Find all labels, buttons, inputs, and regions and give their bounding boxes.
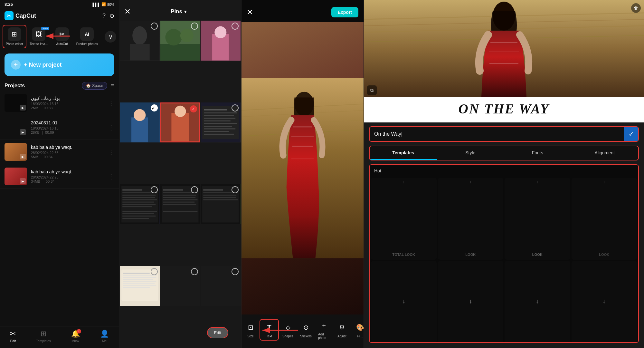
toolbar-adjust[interactable]: ⚙ Adjust xyxy=(333,320,351,340)
project-item[interactable]: ▶ بولے زمانے کیوں 18/03/2024 16:16 2MB ｜… xyxy=(0,91,119,115)
space-button[interactable]: 🏠 Space xyxy=(82,82,107,90)
photo-cell[interactable] xyxy=(201,21,241,61)
svg-rect-56 xyxy=(204,189,223,190)
capcut-header: ✂ CapCut ? ⊙ xyxy=(0,9,119,23)
question-icon[interactable]: ? xyxy=(102,13,106,19)
svg-rect-79 xyxy=(293,126,312,127)
photo-cell[interactable] xyxy=(201,266,241,306)
project-size-duration: 34MB ｜ 00:34 xyxy=(31,179,104,184)
svg-point-3 xyxy=(132,26,147,45)
project-item[interactable]: ▶ kab bala ab ye waqt. 28/02/2024 22:33 … xyxy=(0,140,119,164)
photo-cell[interactable] xyxy=(120,21,160,61)
text-input-field[interactable] xyxy=(370,127,624,141)
download-icon: ↓ xyxy=(469,297,472,305)
copy-button[interactable]: ⧉ xyxy=(367,85,377,95)
inbox-badge: 1 xyxy=(77,329,81,334)
pins-panel: ✕ Pins ▾ xyxy=(119,0,242,348)
pins-close-button[interactable]: ✕ xyxy=(124,7,131,16)
more-icon[interactable]: ⋮ xyxy=(108,99,114,107)
template-cell[interactable]: ↓ LOOK xyxy=(505,178,570,260)
tool-photo-editor[interactable]: ⊞ Photo editor xyxy=(3,25,26,48)
svg-rect-82 xyxy=(291,159,314,159)
adjust-icon: ⚙ xyxy=(336,322,348,333)
tab-alignment[interactable]: Alignment xyxy=(571,146,639,160)
toolbar-stickers[interactable]: ⊙ Stickers xyxy=(297,320,315,340)
project-name: 20240311-01 xyxy=(31,120,104,125)
me-nav-label: Me xyxy=(102,339,107,343)
tab-templates[interactable]: Templates xyxy=(370,146,437,160)
svg-rect-41 xyxy=(122,213,154,214)
pins-dropdown-icon[interactable]: ▾ xyxy=(184,9,186,14)
svg-rect-58 xyxy=(204,195,237,196)
svg-rect-60 xyxy=(204,199,238,200)
download-icon: ↓ xyxy=(602,297,606,305)
photo-cell-selected[interactable]: ✓ xyxy=(160,102,200,142)
template-cell[interactable]: ↓ LOOK xyxy=(572,178,637,260)
tool-product-photos[interactable]: AI Product photos xyxy=(74,25,100,48)
project-item[interactable]: ▶ kab bala ab ye waqt. 28/02/2024 22:25 … xyxy=(0,164,119,189)
nav-templates[interactable]: ⊞ Templates xyxy=(36,330,51,343)
editor-close-button[interactable]: ✕ xyxy=(247,8,253,17)
tab-fonts[interactable]: Fonts xyxy=(504,146,571,160)
new-project-button[interactable]: + + New project xyxy=(5,53,114,76)
edit-nav-icon: ✂ xyxy=(10,330,16,338)
template-cell[interactable]: ↓ LOOK xyxy=(438,178,504,260)
delete-text-button[interactable]: 🗑 xyxy=(631,3,641,13)
svg-rect-23 xyxy=(204,118,236,119)
toolbar-filter[interactable]: 🎨 Fil... xyxy=(351,320,369,340)
project-info: kab bala ab ye waqt. 28/02/2024 22:33 5M… xyxy=(31,145,104,160)
nav-edit[interactable]: ✂ Edit xyxy=(10,330,16,343)
svg-rect-16 xyxy=(171,113,189,141)
toolbar-add-photo[interactable]: + Add photo xyxy=(315,318,333,342)
projects-header: Projects 🏠 Space ≡ xyxy=(0,79,119,91)
project-meta: 28/02/2024 22:33 xyxy=(31,151,104,155)
play-icon: ▶ xyxy=(20,154,26,160)
template-cell[interactable]: ↓ xyxy=(438,261,504,343)
expand-button[interactable]: ∨ xyxy=(105,31,116,43)
toolbar-size[interactable]: ⊡ Size xyxy=(242,320,260,340)
photo-cell[interactable]: ✓ xyxy=(120,102,160,142)
photo-cell[interactable] xyxy=(160,266,200,306)
svg-rect-51 xyxy=(163,202,194,203)
project-size-duration: 28KB ｜ 00:09 xyxy=(31,130,104,135)
template-cell[interactable]: ↓ xyxy=(505,261,570,343)
editor-toolbar: ⊡ Size T Text ◇ Shapes ⊙ Stickers + Add … xyxy=(242,314,364,348)
nav-inbox[interactable]: 🔔 1 Inbox xyxy=(71,330,80,343)
size-icon: ⊡ xyxy=(245,322,256,333)
export-button[interactable]: Export xyxy=(331,7,358,17)
template-cell[interactable]: ↓ xyxy=(572,261,637,343)
template-label: LOOK xyxy=(531,251,544,258)
download-icon: ↓ xyxy=(469,180,471,184)
photo-cell[interactable] xyxy=(201,102,241,142)
more-icon[interactable]: ⋮ xyxy=(108,148,114,156)
tab-style[interactable]: Style xyxy=(437,146,504,160)
template-cell[interactable]: ↓ TOTAL LOOK xyxy=(371,178,437,260)
svg-rect-69 xyxy=(123,285,156,286)
download-icon: ↓ xyxy=(536,180,538,184)
svg-rect-52 xyxy=(163,204,196,205)
photo-cell[interactable] xyxy=(160,184,200,224)
more-icon[interactable]: ⋮ xyxy=(108,124,114,131)
adjust-label: Adjust xyxy=(337,334,346,338)
select-circle xyxy=(232,186,239,193)
edit-button[interactable]: Edit xyxy=(207,327,228,338)
nav-me[interactable]: 👤 Me xyxy=(100,330,109,343)
photo-cell[interactable] xyxy=(201,184,241,224)
photo-cell[interactable] xyxy=(120,184,160,224)
more-icon[interactable]: ⋮ xyxy=(108,173,114,180)
template-label: TOTAL LOOK xyxy=(391,251,416,258)
settings-icon[interactable]: ⊙ xyxy=(109,12,114,19)
text-to-image-label: Text to ima... xyxy=(30,42,48,46)
add-photo-icon: + xyxy=(318,320,330,331)
project-size-duration: 5MB ｜ 00:34 xyxy=(31,155,104,160)
svg-rect-50 xyxy=(163,199,197,200)
project-item[interactable]: ▶ 20240311-01 18/03/2024 16:15 28KB ｜ 00… xyxy=(0,115,119,140)
sort-icon[interactable]: ≡ xyxy=(110,82,114,90)
project-meta: 18/03/2024 16:16 xyxy=(31,102,104,106)
template-cell[interactable]: ↓ xyxy=(371,261,437,343)
capcut-panel: 8:25 ▌▌▌ 📶 80% ✂ CapCut ? ⊙ ⊞ Photo edit… xyxy=(0,0,119,348)
photo-cell[interactable] xyxy=(120,266,160,306)
confirm-text-button[interactable]: ✓ xyxy=(624,127,638,141)
photo-editor-label: Photo editor xyxy=(6,42,23,46)
photo-cell[interactable] xyxy=(160,21,200,61)
